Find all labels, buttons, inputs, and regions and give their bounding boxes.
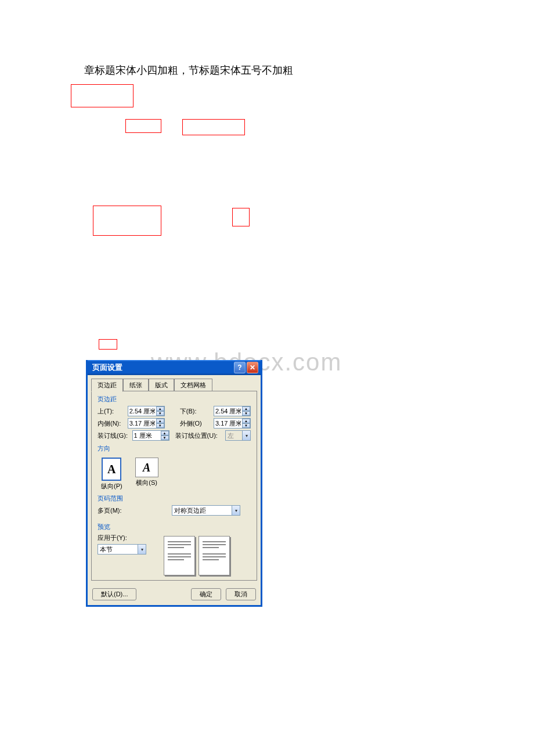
label-gutter: 装订线(G): bbox=[98, 431, 129, 440]
close-button[interactable]: ✕ bbox=[247, 362, 258, 373]
section-orientation: 方向 bbox=[98, 444, 251, 453]
tab-grid[interactable]: 文档网格 bbox=[174, 379, 212, 391]
spin-down-icon[interactable]: ▼ bbox=[156, 423, 164, 428]
dialog-title: 页面设置 bbox=[92, 362, 122, 373]
tab-paper[interactable]: 纸张 bbox=[123, 379, 149, 391]
tab-strip: 页边距 纸张 版式 文档网格 bbox=[88, 375, 261, 391]
spin-up-icon[interactable]: ▲ bbox=[242, 406, 250, 411]
multi-page-value: 对称页边距 bbox=[174, 506, 206, 515]
margin-outside-input[interactable] bbox=[214, 419, 242, 427]
tab-panel-margins: 页边距 上(T): ▲ ▼ 下(B): ▲ ▼ 内侧(N): bbox=[91, 391, 257, 581]
tab-layout[interactable]: 版式 bbox=[149, 379, 174, 391]
portrait-label: 纵向(P) bbox=[101, 482, 122, 491]
help-button[interactable]: ? bbox=[234, 362, 246, 373]
chevron-down-icon: ▾ bbox=[232, 506, 240, 515]
landscape-label: 横向(S) bbox=[136, 478, 157, 487]
annotation-box bbox=[71, 84, 134, 107]
multi-page-dropdown[interactable]: 对称页边距 ▾ bbox=[172, 505, 240, 516]
label-bottom: 下(B): bbox=[180, 407, 210, 416]
gutter-spinner[interactable]: ▲ ▼ bbox=[132, 430, 169, 441]
apply-to-dropdown[interactable]: 本节 ▾ bbox=[98, 544, 146, 555]
spin-down-icon[interactable]: ▼ bbox=[156, 411, 164, 416]
landscape-icon: A bbox=[135, 458, 158, 477]
tab-margins[interactable]: 页边距 bbox=[91, 379, 123, 392]
orientation-landscape[interactable]: A 横向(S) bbox=[135, 458, 158, 491]
chevron-down-icon: ▾ bbox=[138, 545, 146, 554]
margin-outside-spinner[interactable]: ▲ ▼ bbox=[214, 418, 251, 429]
spin-down-icon[interactable]: ▼ bbox=[242, 423, 250, 428]
margin-inside-spinner[interactable]: ▲ ▼ bbox=[128, 418, 165, 429]
margin-top-spinner[interactable]: ▲ ▼ bbox=[128, 406, 165, 416]
apply-to-value: 本节 bbox=[100, 545, 113, 554]
margin-top-input[interactable] bbox=[128, 407, 156, 415]
gutter-pos-value: 左 bbox=[228, 431, 234, 440]
section-page-range: 页码范围 bbox=[98, 494, 251, 503]
default-button[interactable]: 默认(D)... bbox=[92, 588, 136, 600]
spin-down-icon[interactable]: ▼ bbox=[242, 411, 250, 416]
section-margins: 页边距 bbox=[98, 395, 251, 404]
dialog-titlebar[interactable]: 页面设置 ? ✕ bbox=[88, 360, 261, 375]
label-gutter-pos: 装订线位置(U): bbox=[175, 431, 222, 440]
page-title: 章标题宋体小四加粗，节标题宋体五号不加粗 bbox=[84, 63, 293, 77]
label-multi: 多页(M): bbox=[98, 506, 130, 515]
gutter-input[interactable] bbox=[133, 431, 161, 440]
spin-up-icon[interactable]: ▲ bbox=[161, 431, 169, 435]
orientation-portrait[interactable]: A 纵向(P) bbox=[101, 458, 122, 491]
spin-up-icon[interactable]: ▲ bbox=[156, 419, 164, 423]
preview-page-left bbox=[164, 536, 195, 575]
close-icon: ✕ bbox=[250, 363, 255, 372]
spin-up-icon[interactable]: ▲ bbox=[242, 419, 250, 423]
annotation-box bbox=[93, 206, 161, 236]
margin-inside-input[interactable] bbox=[128, 419, 156, 427]
preview-pages bbox=[164, 534, 230, 575]
section-preview: 预览 bbox=[98, 523, 251, 531]
portrait-icon: A bbox=[102, 458, 121, 481]
chevron-down-icon: ▾ bbox=[242, 431, 250, 440]
annotation-box bbox=[125, 119, 161, 133]
preview-page-right bbox=[199, 536, 230, 575]
label-outside: 外侧(O) bbox=[180, 419, 210, 428]
annotation-box bbox=[232, 208, 250, 226]
spin-up-icon[interactable]: ▲ bbox=[156, 406, 164, 411]
label-top: 上(T): bbox=[98, 407, 124, 416]
label-inside: 内侧(N): bbox=[98, 419, 124, 428]
annotation-box bbox=[182, 119, 245, 135]
spin-down-icon[interactable]: ▼ bbox=[161, 435, 169, 440]
cancel-button[interactable]: 取消 bbox=[226, 588, 256, 600]
margin-bottom-spinner[interactable]: ▲ ▼ bbox=[214, 406, 251, 416]
label-apply: 应用于(Y): bbox=[98, 534, 156, 542]
page-setup-dialog: 页面设置 ? ✕ 页边距 纸张 版式 文档网格 页边距 上(T): ▲ ▼ 下(… bbox=[86, 360, 262, 607]
margin-bottom-input[interactable] bbox=[214, 407, 242, 415]
ok-button[interactable]: 确定 bbox=[191, 588, 221, 600]
annotation-box bbox=[99, 339, 117, 350]
gutter-pos-dropdown[interactable]: 左 ▾ bbox=[225, 430, 251, 441]
